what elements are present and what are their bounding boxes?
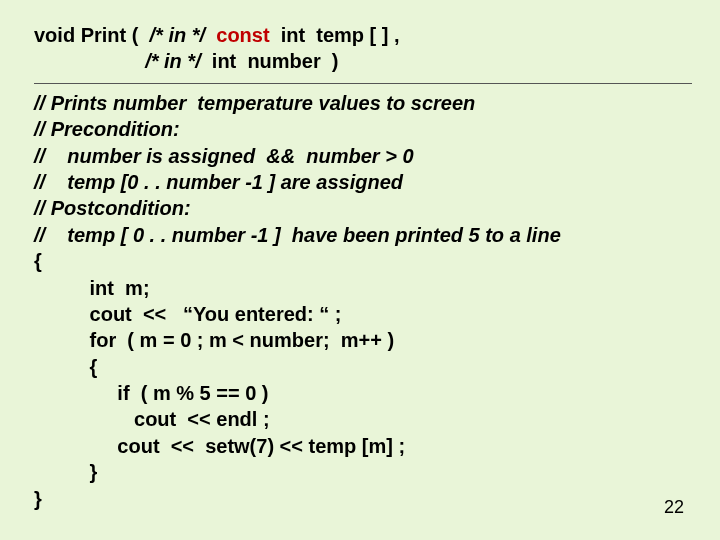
- sig-p5: [34, 50, 145, 72]
- comment-line-3: // number is assigned && number > 0: [34, 143, 692, 169]
- sig-p4: int temp [ ] ,: [270, 24, 400, 46]
- body-line-10: }: [34, 486, 692, 512]
- body-line-9: }: [34, 459, 692, 485]
- sig-p3: const: [205, 24, 269, 46]
- sig-p2: /* in */: [150, 24, 206, 46]
- body-line-2: int m;: [34, 275, 692, 301]
- sig-p7: int number ): [201, 50, 339, 72]
- comment-line-1: // Prints number temperature values to s…: [34, 90, 692, 116]
- body-line-5: {: [34, 354, 692, 380]
- sig-p1: void Print (: [34, 24, 150, 46]
- comment-line-6: // temp [ 0 . . number -1 ] have been pr…: [34, 222, 692, 248]
- separator: [34, 83, 692, 84]
- body-line-3: cout << “You entered: “ ;: [34, 301, 692, 327]
- body-line-1: {: [34, 248, 692, 274]
- comment-line-5: // Postcondition:: [34, 195, 692, 221]
- body-line-4: for ( m = 0 ; m < number; m++ ): [34, 327, 692, 353]
- slide: void Print ( /* in */ const int temp [ ]…: [0, 0, 720, 540]
- sig-p6: /* in */: [145, 50, 201, 72]
- sig-line-1: void Print ( /* in */ const int temp [ ]…: [34, 22, 692, 48]
- body-line-7: cout << endl ;: [34, 406, 692, 432]
- comment-line-2: // Precondition:: [34, 116, 692, 142]
- comment-line-4: // temp [0 . . number -1 ] are assigned: [34, 169, 692, 195]
- body-line-6: if ( m % 5 == 0 ): [34, 380, 692, 406]
- body-line-8: cout << setw(7) << temp [m] ;: [34, 433, 692, 459]
- page-number: 22: [664, 497, 684, 518]
- sig-line-2: /* in */ int number ): [34, 48, 692, 74]
